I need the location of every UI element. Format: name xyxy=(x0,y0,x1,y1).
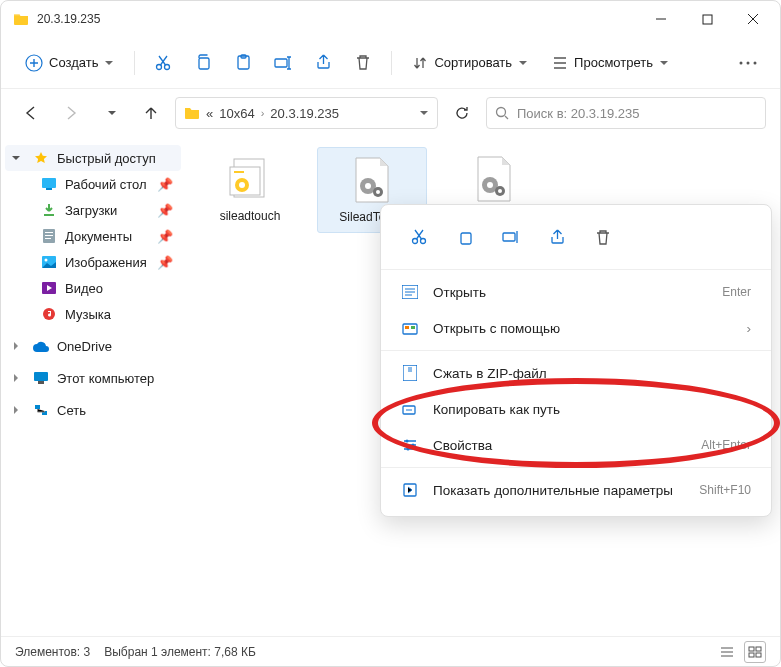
chevron-down-icon xyxy=(11,153,25,163)
up-button[interactable] xyxy=(135,97,167,129)
svg-point-9 xyxy=(747,61,750,64)
svg-point-32 xyxy=(365,183,371,189)
search-input[interactable]: Поиск в: 20.3.19.235 xyxy=(486,97,766,129)
recent-button[interactable] xyxy=(95,97,127,129)
sidebar-item-label: OneDrive xyxy=(57,339,112,354)
status-selected: Выбран 1 элемент: 7,68 КБ xyxy=(104,645,256,659)
sidebar: Быстрый доступ Рабочий стол 📌 Загрузки 📌… xyxy=(1,137,185,636)
status-count: Элементов: 3 xyxy=(15,645,90,659)
svg-point-38 xyxy=(498,189,502,193)
sidebar-documents[interactable]: Документы 📌 xyxy=(5,223,181,249)
sidebar-thispc[interactable]: Этот компьютер xyxy=(5,365,181,391)
sidebar-video[interactable]: Видео xyxy=(5,275,181,301)
close-button[interactable] xyxy=(730,1,776,37)
sidebar-item-label: Документы xyxy=(65,229,132,244)
ctx-shortcut: Shift+F10 xyxy=(699,483,751,497)
forward-button[interactable] xyxy=(55,97,87,129)
svg-rect-23 xyxy=(38,381,44,384)
sidebar-onedrive[interactable]: OneDrive xyxy=(5,333,181,359)
sidebar-network[interactable]: Сеть xyxy=(5,397,181,423)
chevron-right-icon xyxy=(11,341,25,351)
rename-icon[interactable] xyxy=(265,45,301,81)
paste-icon[interactable] xyxy=(225,45,261,81)
open-icon xyxy=(401,283,419,301)
svg-rect-22 xyxy=(34,372,48,381)
search-placeholder: Поиск в: 20.3.19.235 xyxy=(517,106,639,121)
svg-point-19 xyxy=(45,259,48,262)
ctx-properties[interactable]: Свойства Alt+Enter xyxy=(381,427,771,463)
cloud-icon xyxy=(33,338,49,354)
share-icon[interactable] xyxy=(539,219,575,255)
svg-rect-45 xyxy=(461,233,471,244)
create-button[interactable]: Создать xyxy=(15,48,124,78)
view-button[interactable]: Просмотреть xyxy=(542,49,679,77)
svg-rect-41 xyxy=(749,653,754,657)
icons-view-button[interactable] xyxy=(744,641,766,663)
svg-rect-13 xyxy=(46,188,52,190)
ctx-openwith[interactable]: Открыть с помощью › xyxy=(381,310,771,346)
sidebar-item-label: Этот компьютер xyxy=(57,371,154,386)
sidebar-images[interactable]: Изображения 📌 xyxy=(5,249,181,275)
svg-point-2 xyxy=(157,64,162,69)
svg-rect-42 xyxy=(756,653,761,657)
maximize-button[interactable] xyxy=(684,1,730,37)
chevron-down-icon[interactable] xyxy=(419,108,429,118)
context-menu: Открыть Enter Открыть с помощью › Сжать … xyxy=(380,204,772,517)
chevron-right-icon xyxy=(11,405,25,415)
sort-label: Сортировать xyxy=(434,55,512,70)
titlebar: 20.3.19.235 xyxy=(1,1,780,37)
svg-rect-39 xyxy=(749,647,754,651)
chevron-right-icon: › xyxy=(747,321,752,336)
ctx-copypath[interactable]: Копировать как путь xyxy=(381,391,771,427)
svg-rect-51 xyxy=(403,365,417,381)
svg-rect-16 xyxy=(45,235,53,236)
sidebar-desktop[interactable]: Рабочий стол 📌 xyxy=(5,171,181,197)
ctx-open[interactable]: Открыть Enter xyxy=(381,274,771,310)
svg-point-30 xyxy=(239,182,245,188)
sidebar-item-label: Рабочий стол xyxy=(65,177,147,192)
folder-icon xyxy=(184,105,200,121)
cut-icon[interactable] xyxy=(145,45,181,81)
copy-icon[interactable] xyxy=(185,45,221,81)
svg-rect-12 xyxy=(42,178,56,188)
more-icon[interactable] xyxy=(730,45,766,81)
sidebar-item-label: Видео xyxy=(65,281,103,296)
ctx-zip[interactable]: Сжать в ZIP-файл xyxy=(381,355,771,391)
svg-rect-24 xyxy=(35,405,40,409)
rename-icon[interactable] xyxy=(493,219,529,255)
ctx-label: Копировать как путь xyxy=(433,402,560,417)
sidebar-music[interactable]: Музыка xyxy=(5,301,181,327)
svg-rect-46 xyxy=(503,233,515,241)
svg-point-54 xyxy=(412,444,415,447)
sidebar-quick-access[interactable]: Быстрый доступ xyxy=(5,145,181,171)
openwith-icon xyxy=(401,319,419,337)
refresh-button[interactable] xyxy=(446,97,478,129)
svg-rect-40 xyxy=(756,647,761,651)
create-label: Создать xyxy=(49,55,98,70)
details-view-button[interactable] xyxy=(716,641,738,663)
ctx-more-options[interactable]: Показать дополнительные параметры Shift+… xyxy=(381,472,771,508)
delete-icon[interactable] xyxy=(345,45,381,81)
sidebar-item-label: Изображения xyxy=(65,255,147,270)
star-icon xyxy=(33,150,49,166)
chevron-right-icon xyxy=(11,373,25,383)
delete-icon[interactable] xyxy=(585,219,621,255)
breadcrumb-parent[interactable]: 10x64 xyxy=(219,106,254,121)
sort-button[interactable]: Сортировать xyxy=(402,49,538,77)
back-button[interactable] xyxy=(15,97,47,129)
cut-icon[interactable] xyxy=(401,219,437,255)
address-bar[interactable]: « 10x64 › 20.3.19.235 xyxy=(175,97,438,129)
chevron-right-icon: › xyxy=(261,107,265,119)
minimize-button[interactable] xyxy=(638,1,684,37)
music-icon xyxy=(41,306,57,322)
desktop-icon xyxy=(41,176,57,192)
file-item[interactable]: sileadtouch xyxy=(195,147,305,231)
share-icon[interactable] xyxy=(305,45,341,81)
breadcrumb-current[interactable]: 20.3.19.235 xyxy=(270,106,339,121)
sidebar-downloads[interactable]: Загрузки 📌 xyxy=(5,197,181,223)
sidebar-item-label: Загрузки xyxy=(65,203,117,218)
network-icon xyxy=(33,402,49,418)
status-bar: Элементов: 3 Выбран 1 элемент: 7,68 КБ xyxy=(1,636,780,666)
nav-row: « 10x64 › 20.3.19.235 Поиск в: 20.3.19.2… xyxy=(1,89,780,137)
copy-icon[interactable] xyxy=(447,219,483,255)
